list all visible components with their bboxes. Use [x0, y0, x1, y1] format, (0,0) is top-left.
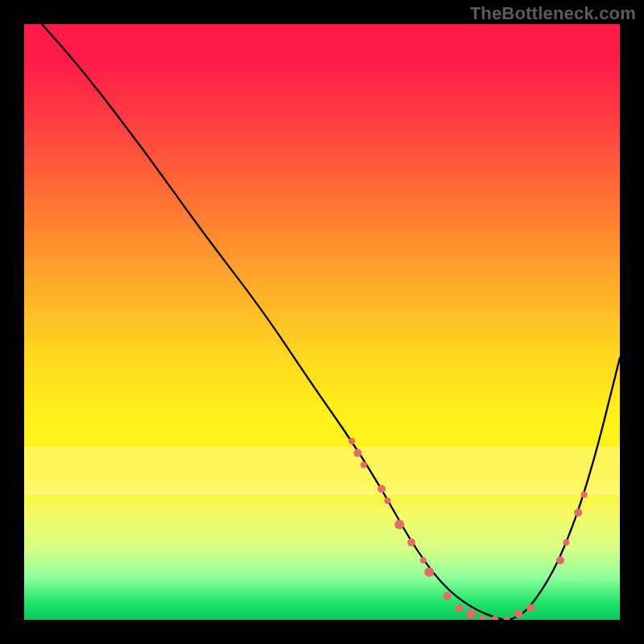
marker-m5 — [384, 497, 390, 504]
marker-m6 — [394, 520, 404, 530]
marker-m9 — [424, 568, 434, 577]
marker-m13 — [479, 616, 487, 620]
curve-layer — [24, 24, 620, 620]
plot-area — [24, 24, 620, 620]
chart-stage: TheBottleneck.com — [0, 0, 644, 644]
marker-m7 — [407, 539, 415, 547]
marker-m8 — [420, 557, 427, 564]
bottleneck-curve — [42, 24, 620, 620]
marker-m17 — [526, 604, 535, 612]
marker-m15 — [503, 617, 510, 620]
marker-m10 — [443, 592, 451, 600]
marker-m12 — [466, 609, 476, 619]
watermark-text: TheBottleneck.com — [470, 3, 636, 24]
marker-m18 — [556, 556, 564, 564]
marker-m11 — [455, 604, 463, 612]
marker-m16 — [514, 610, 522, 618]
marker-m19 — [563, 539, 569, 546]
marker-m2 — [353, 449, 361, 457]
marker-m3 — [361, 462, 367, 469]
marker-m1 — [349, 438, 355, 444]
marker-m4 — [378, 485, 386, 493]
marker-m21 — [581, 492, 588, 498]
marker-m20 — [574, 509, 582, 517]
marker-group — [349, 438, 588, 620]
